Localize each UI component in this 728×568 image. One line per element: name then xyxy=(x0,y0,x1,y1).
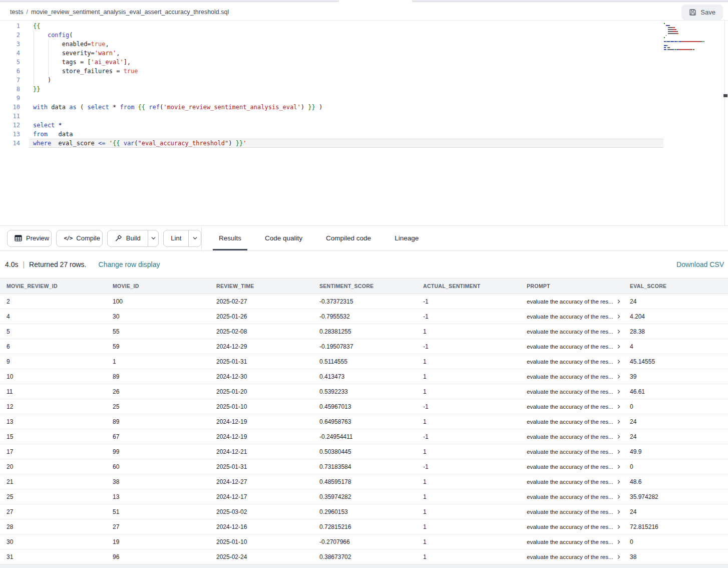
code-editor[interactable]: 1{{2 config(3 enabled=true,4 severity='w… xyxy=(0,21,728,225)
cell-prompt[interactable]: evaluate the accuracy of the res... xyxy=(520,324,623,339)
breadcrumb-root[interactable]: tests xyxy=(10,9,23,16)
cell-review-time: 2025-01-26 xyxy=(210,309,313,324)
cell-review-time: 2024-12-16 xyxy=(210,519,313,534)
cell-prompt[interactable]: evaluate the accuracy of the res... xyxy=(520,549,623,564)
chevron-right-icon[interactable] xyxy=(616,464,621,469)
code-line[interactable]: 5 tags = ['ai_eval'], xyxy=(0,58,728,67)
cell-sentiment-score: 0.38673702 xyxy=(313,549,417,564)
column-header[interactable]: PROMPT xyxy=(520,278,623,294)
build-dropdown-toggle[interactable] xyxy=(148,230,159,246)
chevron-right-icon[interactable] xyxy=(616,314,621,319)
cell-prompt[interactable]: evaluate the accuracy of the res... xyxy=(520,504,623,519)
code-line[interactable]: 4 severity='warn', xyxy=(0,49,728,58)
chevron-right-icon[interactable] xyxy=(616,374,621,379)
column-header[interactable]: EVAL_SCORE xyxy=(623,278,728,294)
prompt-text: evaluate the accuracy of the res... xyxy=(527,404,613,410)
cell-prompt[interactable]: evaluate the accuracy of the res... xyxy=(520,474,623,489)
code-line[interactable]: 10with data as ( select * from {{ ref('m… xyxy=(0,103,728,112)
code-line[interactable]: 11 xyxy=(0,112,728,121)
chevron-right-icon[interactable] xyxy=(616,554,621,559)
chevron-right-icon[interactable] xyxy=(616,524,621,529)
tab-code-quality[interactable]: Code quality xyxy=(262,226,305,250)
horizontal-scrollbar[interactable] xyxy=(0,564,728,568)
code-line[interactable]: 13from data xyxy=(0,130,728,139)
minimap[interactable] xyxy=(664,23,720,51)
lint-dropdown-toggle[interactable] xyxy=(188,230,201,246)
cell-prompt[interactable]: evaluate the accuracy of the res... xyxy=(520,459,623,474)
editor-scrollbar-thumb[interactable] xyxy=(723,94,727,97)
toolbar: Preview </> Compile Build xyxy=(0,225,728,251)
cell-prompt[interactable]: evaluate the accuracy of the res... xyxy=(520,399,623,414)
cell-movie-review-id: 20 xyxy=(0,459,106,474)
line-number: 9 xyxy=(0,94,29,103)
results-table: MOVIE_REVIEW_IDMOVIE_IDREVIEW_TIMESENTIM… xyxy=(0,278,728,564)
lint-button[interactable]: Lint xyxy=(164,230,188,246)
column-header[interactable]: MOVIE_REVIEW_ID xyxy=(0,278,106,294)
chevron-right-icon[interactable] xyxy=(616,539,621,544)
cell-prompt[interactable]: evaluate the accuracy of the res... xyxy=(520,339,623,354)
cell-sentiment-score: 0.45967013 xyxy=(313,399,417,414)
cell-actual-sentiment: 1 xyxy=(417,324,520,339)
code-line[interactable]: 1{{ xyxy=(0,22,728,31)
breadcrumb-filename[interactable]: movie_review_sentiment_analysis_eval_ass… xyxy=(31,9,229,16)
results-body: 21002025-02-27-0.37372315-1evaluate the … xyxy=(0,294,728,564)
chevron-right-icon[interactable] xyxy=(616,509,621,514)
line-number: 12 xyxy=(0,121,29,130)
row-count-message: Returned 27 rows. xyxy=(29,260,86,268)
results-header-row: MOVIE_REVIEW_IDMOVIE_IDREVIEW_TIMESENTIM… xyxy=(0,278,728,294)
prompt-text: evaluate the accuracy of the res... xyxy=(527,524,613,530)
save-button[interactable]: Save xyxy=(681,5,723,20)
cell-prompt[interactable]: evaluate the accuracy of the res... xyxy=(520,414,623,429)
chevron-right-icon[interactable] xyxy=(616,419,621,424)
chevron-right-icon[interactable] xyxy=(616,449,621,454)
cell-prompt[interactable]: evaluate the accuracy of the res... xyxy=(520,354,623,369)
chevron-right-icon[interactable] xyxy=(616,434,621,439)
download-csv-link[interactable]: Download CSV xyxy=(676,260,724,268)
cell-prompt[interactable]: evaluate the accuracy of the res... xyxy=(520,294,623,309)
cell-prompt[interactable]: evaluate the accuracy of the res... xyxy=(520,519,623,534)
cell-prompt[interactable]: evaluate the accuracy of the res... xyxy=(520,384,623,399)
chevron-right-icon[interactable] xyxy=(616,329,621,334)
chevron-down-icon xyxy=(151,235,156,241)
code-line[interactable]: 7 ) xyxy=(0,76,728,85)
change-row-display-link[interactable]: Change row display xyxy=(99,260,160,268)
table-row: 10892024-12-300.4134731evaluate the accu… xyxy=(0,369,728,384)
cell-prompt[interactable]: evaluate the accuracy of the res... xyxy=(520,444,623,459)
chevron-right-icon[interactable] xyxy=(616,299,621,304)
cell-prompt[interactable]: evaluate the accuracy of the res... xyxy=(520,309,623,324)
cell-prompt[interactable]: evaluate the accuracy of the res... xyxy=(520,369,623,384)
column-header[interactable]: MOVIE_ID xyxy=(106,278,210,294)
chevron-right-icon[interactable] xyxy=(616,359,621,364)
code-line[interactable]: 9 xyxy=(0,94,728,103)
line-number: 11 xyxy=(0,112,29,121)
cell-movie-review-id: 2 xyxy=(0,294,106,309)
cell-review-time: 2024-12-17 xyxy=(210,489,313,504)
compile-button[interactable]: </> Compile xyxy=(56,230,102,247)
chevron-right-icon[interactable] xyxy=(616,494,621,499)
column-header[interactable]: REVIEW_TIME xyxy=(210,278,313,294)
column-header[interactable]: ACTUAL_SENTIMENT xyxy=(417,278,520,294)
preview-button[interactable]: Preview xyxy=(7,230,52,247)
chevron-right-icon[interactable] xyxy=(616,389,621,394)
chevron-right-icon[interactable] xyxy=(616,344,621,349)
cell-review-time: 2025-03-02 xyxy=(210,504,313,519)
cell-sentiment-score: 0.72815216 xyxy=(313,519,417,534)
build-button[interactable]: Build xyxy=(108,230,148,246)
code-line[interactable]: 3 enabled=true, xyxy=(0,40,728,49)
code-line[interactable]: 2 config( xyxy=(0,31,728,40)
cell-prompt[interactable]: evaluate the accuracy of the res... xyxy=(520,534,623,549)
tab-lineage[interactable]: Lineage xyxy=(392,226,421,250)
cell-sentiment-score: 0.28381255 xyxy=(313,324,417,339)
column-header[interactable]: SENTIMENT_SCORE xyxy=(313,278,417,294)
code-line[interactable]: 14where eval_score <= '{{ var("eval_accu… xyxy=(0,139,728,148)
tab-compiled-code[interactable]: Compiled code xyxy=(323,226,374,250)
code-line[interactable]: 12select * xyxy=(0,121,728,130)
cell-prompt[interactable]: evaluate the accuracy of the res... xyxy=(520,429,623,444)
chevron-right-icon[interactable] xyxy=(616,479,621,484)
code-line[interactable]: 8}} xyxy=(0,85,728,94)
cell-prompt[interactable]: evaluate the accuracy of the res... xyxy=(520,489,623,504)
code-line[interactable]: 6 store_failures = true xyxy=(0,67,728,76)
chevron-right-icon[interactable] xyxy=(616,404,621,409)
tab-results[interactable]: Results xyxy=(216,226,244,250)
cell-eval-score: 4 xyxy=(623,339,728,354)
